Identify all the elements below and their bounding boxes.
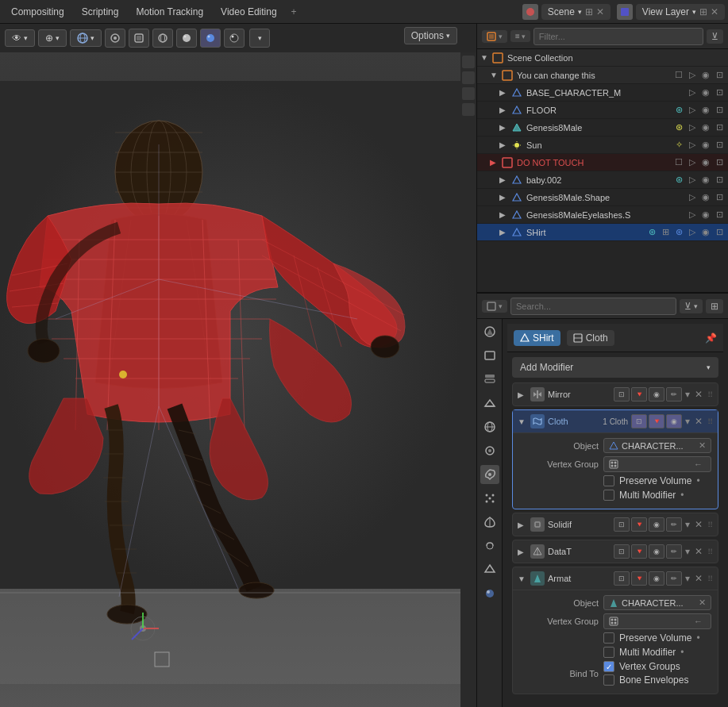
view-layer-icon-button[interactable] (617, 4, 633, 20)
outliner-mode-dropdown[interactable]: ▾ (482, 30, 507, 43)
cloth-dropdown[interactable]: ▾ (685, 416, 690, 427)
tab-motion-tracking[interactable]: Motion Tracking (128, 3, 211, 21)
expand-mirror[interactable]: ▶ (518, 390, 527, 399)
tool-scale[interactable] (462, 103, 475, 116)
outliner-item-baby002[interactable]: ▶ baby.002 ⊛ ▷ ◉ ⊡ (477, 171, 728, 189)
outliner-search-input[interactable] (533, 28, 703, 45)
props-search-input[interactable] (510, 298, 676, 315)
props-expand-button[interactable]: ⊞ (706, 299, 723, 313)
armature-camera-btn[interactable]: ⊡ (614, 571, 630, 586)
mirror-edit-btn[interactable]: ✏ (666, 387, 682, 402)
genesis8male-eyelashes-restrict[interactable]: ▷ (687, 209, 698, 220)
icon-scene[interactable] (480, 394, 499, 413)
solidify-camera-btn[interactable]: ⊡ (614, 517, 630, 532)
expand-solidify[interactable]: ▶ (518, 521, 527, 529)
icon-modifier[interactable] (480, 465, 499, 484)
solidify-close[interactable]: ✕ (695, 519, 703, 530)
sun-camera[interactable]: ⊡ (714, 140, 725, 150)
cloth-object-value[interactable]: CHARACTER... ✕ (603, 438, 711, 453)
genesis8male-shape-camera[interactable]: ⊡ (714, 192, 725, 202)
icon-material[interactable] (480, 584, 499, 603)
sun-eye[interactable]: ◉ (700, 140, 711, 150)
cloth-render-btn[interactable]: 🔻 (649, 414, 664, 428)
floor-eye[interactable]: ◉ (700, 105, 711, 115)
armature-object-value[interactable]: CHARACTER... ✕ (603, 595, 711, 610)
cloth-camera-btn[interactable]: ⊡ (631, 414, 647, 428)
armature-dropdown[interactable]: ▾ (685, 573, 690, 584)
base-character-eye[interactable]: ◉ (700, 87, 711, 98)
bone-envelopes-checkbox[interactable] (603, 674, 614, 686)
armature-close[interactable]: ✕ (695, 573, 703, 584)
add-modifier-button[interactable]: Add Modifier ▾ (512, 357, 718, 378)
vertex-group-arrow-left[interactable]: ← (691, 459, 706, 470)
armature-object-clear[interactable]: ✕ (699, 597, 706, 608)
tool-select[interactable] (462, 56, 475, 68)
viewport[interactable]: 👁 ▾ ⊕ ▾ ▾ (0, 24, 476, 707)
scene-icon-button[interactable] (522, 4, 538, 20)
icon-data[interactable] (480, 560, 499, 579)
genesis8male-eyelashes-eye[interactable]: ◉ (700, 209, 711, 220)
solidify-edit-btn[interactable]: ✏ (666, 517, 682, 532)
shirt-restrict[interactable]: ▷ (687, 227, 698, 237)
outliner-item-sun[interactable]: ▶ Sun ✧ ▷ ◉ ⊡ (477, 136, 728, 154)
expand-scene-collection[interactable]: ▼ (480, 53, 491, 62)
icon-constraints[interactable] (480, 536, 499, 555)
base-character-camera[interactable]: ⊡ (714, 87, 725, 98)
preserve-volume-checkbox[interactable] (603, 475, 614, 486)
data-transfer-camera-btn[interactable]: ⊡ (614, 544, 630, 559)
shirt-camera[interactable]: ⊡ (714, 227, 725, 237)
sun-restrict[interactable]: ▷ (687, 140, 698, 150)
outliner-item-base-character[interactable]: ▶ BASE_CHARACTER_M ▷ ◉ ⊡ (477, 84, 728, 102)
icon-output[interactable] (480, 346, 499, 365)
solid-mode-button[interactable] (176, 29, 197, 48)
icon-view-layer[interactable] (480, 370, 499, 389)
you-can-change-eye[interactable]: ◉ (700, 70, 711, 80)
mirror-dropdown[interactable]: ▾ (685, 389, 690, 400)
you-can-change-checkbox[interactable]: ☐ (673, 70, 684, 80)
outliner-filter-button[interactable]: ≡ ▾ (510, 30, 530, 42)
view-layer-selector[interactable]: View Layer ▾ ⊞ ✕ (636, 4, 725, 20)
scene-copy-icon[interactable]: ⊞ (585, 6, 593, 17)
cloth-vertex-group-value[interactable]: ← (603, 456, 711, 472)
outliner-item-genesis8male[interactable]: ▶ Genesis8Male ⊛ ▷ ◉ ⊡ (477, 119, 728, 136)
viewport-xray-button[interactable] (129, 29, 149, 48)
mirror-drag[interactable]: ⠿ (707, 390, 713, 399)
view-layer-copy-icon[interactable]: ⊞ (699, 6, 707, 17)
base-character-restrict[interactable]: ▷ (687, 87, 698, 98)
data-transfer-edit-btn[interactable]: ✏ (666, 544, 682, 559)
solidify-drag[interactable]: ⠿ (707, 521, 713, 529)
solidify-eye-btn[interactable]: ◉ (649, 517, 664, 532)
genesis8male-restrict[interactable]: ▷ (687, 122, 698, 133)
expand-you-can-change[interactable]: ▼ (490, 71, 501, 79)
floor-camera[interactable]: ⊡ (714, 105, 725, 115)
viewport-canvas[interactable]: ‹ (0, 52, 476, 707)
viewport-pivot-button[interactable]: ⊕ ▾ (38, 29, 67, 47)
outliner-item-shirt[interactable]: ▶ SHirt ⊛ ⊞ ⊛ ▷ ◉ ⊡ (477, 224, 728, 241)
data-transfer-close[interactable]: ✕ (695, 546, 703, 557)
outliner-filter-funnel[interactable]: ⊻ (707, 29, 723, 44)
props-mode-dropdown[interactable]: ▾ (482, 300, 507, 313)
expand-do-not-touch[interactable]: ▶ (490, 158, 501, 167)
armature-vg-arrow[interactable]: ← (691, 616, 706, 627)
mirror-camera-btn[interactable]: ⊡ (614, 387, 630, 402)
data-transfer-eye-btn[interactable]: ◉ (649, 544, 664, 559)
genesis8male-shape-restrict[interactable]: ▷ (687, 192, 698, 202)
genesis8male-eyelashes-camera[interactable]: ⊡ (714, 209, 725, 220)
viewport-shading-button[interactable]: ▾ (70, 29, 102, 47)
add-workspace-button[interactable]: + (287, 3, 302, 21)
mirror-eye-btn[interactable]: ◉ (649, 387, 664, 402)
icon-object[interactable] (480, 441, 499, 460)
outliner-item-you-can-change[interactable]: ▼ You can change this ☐ ▷ ◉ ⊡ (477, 67, 728, 84)
armature-render-btn[interactable]: 🔻 (631, 571, 647, 586)
solidify-dropdown[interactable]: ▾ (685, 519, 690, 530)
armature-edit-btn[interactable]: ✏ (666, 571, 682, 586)
outliner-item-genesis8male-eyelashes[interactable]: ▶ Genesis8MaleEyelashes.S ▷ ◉ ⊡ (477, 206, 728, 224)
options-button[interactable]: Options ▾ (404, 27, 457, 44)
object-clear-btn[interactable]: ✕ (699, 440, 706, 451)
armature-vertex-group-value[interactable]: ← (603, 613, 711, 629)
data-transfer-dropdown[interactable]: ▾ (685, 546, 690, 557)
expand-baby002[interactable]: ▶ (499, 175, 510, 184)
expand-base-character[interactable]: ▶ (499, 88, 510, 97)
view-layer-close-icon[interactable]: ✕ (711, 6, 718, 17)
expand-data-transfer[interactable]: ▶ (518, 548, 527, 556)
